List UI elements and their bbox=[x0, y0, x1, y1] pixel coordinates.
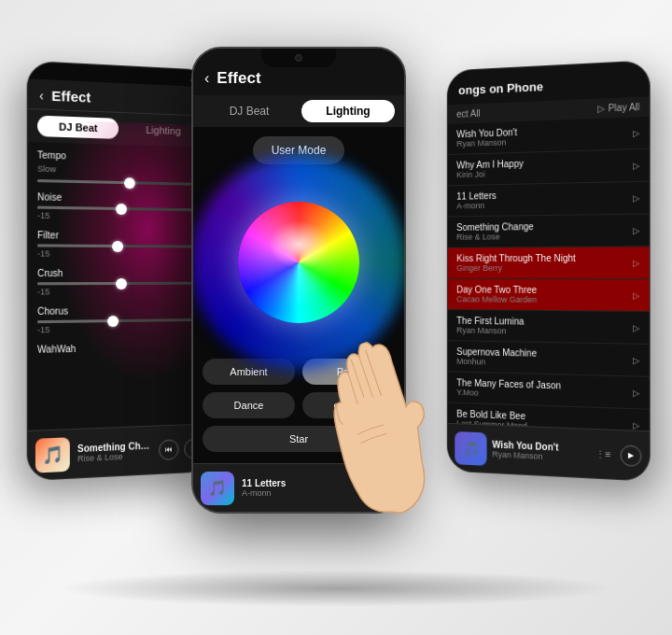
front-camera bbox=[295, 54, 302, 62]
center-track-info: 11 Letters A-monn bbox=[242, 478, 369, 498]
song-info-2: Why Am I Happy Kirin Joi bbox=[456, 156, 628, 180]
center-play-button[interactable]: ▶ bbox=[376, 478, 397, 499]
song-play-6[interactable]: ▷ bbox=[633, 290, 639, 300]
tempo-thumb[interactable] bbox=[124, 177, 135, 189]
song-info-6: Day One Two Three Cacao Mellow Garden bbox=[456, 285, 628, 305]
left-sliders-content: Tempo Slow Noise -15 Filter bbox=[28, 142, 211, 362]
crush-thumb[interactable] bbox=[116, 277, 127, 289]
right-track-info: Wish You Don't Ryan Manson bbox=[492, 440, 590, 464]
song-item-8[interactable]: Supernova Machine Monhun ▷ bbox=[448, 341, 650, 377]
filter-fill bbox=[37, 244, 118, 247]
song-artist-7: Ryan Manson bbox=[456, 326, 628, 338]
center-notch bbox=[261, 49, 336, 67]
center-album-art: 🎵 bbox=[201, 472, 234, 505]
right-album-art: 🎵 bbox=[455, 430, 486, 465]
effect-btn-row-3: Star bbox=[203, 426, 395, 452]
left-header-title: Effect bbox=[51, 88, 200, 110]
effect-btn-row-2: Dance er Bolt bbox=[203, 392, 395, 418]
song-info-5: Kiss Right Through The Night Ginger Berr… bbox=[456, 253, 628, 273]
tempo-track[interactable] bbox=[37, 179, 202, 186]
star-button[interactable]: Star bbox=[203, 426, 395, 452]
song-artist-5: Ginger Berry bbox=[456, 263, 628, 273]
tempo-label: Tempo bbox=[37, 149, 202, 164]
songs-title: ongs on Phone bbox=[458, 75, 637, 97]
color-sphere[interactable] bbox=[238, 202, 359, 323]
center-tab-lighting[interactable]: Lighting bbox=[301, 100, 395, 122]
noise-fill bbox=[37, 206, 121, 210]
center-track-name: 11 Letters bbox=[242, 478, 369, 488]
center-play-controls: ▶ bbox=[376, 478, 397, 499]
noise-slider-section: Noise -15 bbox=[37, 191, 202, 222]
left-prev-button[interactable]: ⏮ bbox=[159, 439, 178, 460]
crush-label: Crush bbox=[37, 268, 202, 278]
chorus-fill bbox=[37, 319, 113, 323]
noise-thumb[interactable] bbox=[116, 203, 127, 214]
center-track-artist: A-monn bbox=[242, 488, 369, 498]
left-track-info: Something Change Rise & Lose bbox=[77, 441, 151, 464]
song-play-2[interactable]: ▷ bbox=[633, 161, 639, 170]
chorus-label: Chorus bbox=[37, 304, 202, 317]
song-play-8[interactable]: ▷ bbox=[633, 355, 639, 364]
center-tab-bar: DJ Beat Lighting bbox=[193, 95, 404, 127]
filter-slider-section: Filter -15 bbox=[37, 230, 202, 259]
song-item-4[interactable]: Something Change Rise & Lose ▷ bbox=[448, 214, 650, 247]
back-button[interactable]: ‹ bbox=[39, 88, 44, 104]
center-header-title: Effect bbox=[217, 69, 393, 88]
song-play-4[interactable]: ▷ bbox=[633, 225, 639, 234]
dance-button[interactable]: Dance bbox=[203, 392, 295, 418]
song-name-5: Kiss Right Through The Night bbox=[456, 253, 628, 264]
thunder-bolt-button[interactable]: er Bolt bbox=[302, 392, 395, 418]
song-artist-6: Cacao Mellow Garden bbox=[456, 294, 628, 304]
left-track-artist: Rise & Lose bbox=[77, 451, 151, 464]
song-info-7: The First Lumina Ryan Manson bbox=[456, 316, 628, 338]
play-all-button[interactable]: ▷ Play All bbox=[598, 102, 640, 114]
center-tab-dj-beat[interactable]: DJ Beat bbox=[203, 100, 296, 122]
song-artist-4: Rise & Lose bbox=[456, 231, 628, 242]
song-artist-3: A-monn bbox=[456, 198, 628, 210]
crush-track[interactable] bbox=[37, 282, 202, 286]
tab-lighting-left[interactable]: Lighting bbox=[124, 119, 202, 142]
right-panel: ongs on Phone ect All ▷ Play All Wish Yo… bbox=[447, 60, 651, 482]
song-info-9: The Many Faces of Jason Y.Moo bbox=[456, 377, 628, 402]
song-item-5[interactable]: Kiss Right Through The Night Ginger Berr… bbox=[448, 247, 650, 279]
chorus-thumb[interactable] bbox=[107, 316, 119, 327]
queue-icon[interactable]: ⋮≡ bbox=[595, 448, 610, 459]
right-play-controls: ⋮≡ ▶ bbox=[595, 444, 641, 467]
tab-dj-beat-left[interactable]: DJ Beat bbox=[37, 116, 119, 139]
song-item-2[interactable]: Why Am I Happy Kirin Joi ▷ bbox=[448, 149, 650, 187]
song-play-3[interactable]: ▷ bbox=[633, 193, 639, 203]
song-item-3[interactable]: 11 Letters A-monn ▷ bbox=[448, 182, 650, 218]
song-item-7[interactable]: The First Lumina Ryan Manson ▷ bbox=[448, 310, 650, 345]
right-play-button[interactable]: ▶ bbox=[621, 444, 642, 466]
wahwah-label: WahWah bbox=[37, 341, 202, 354]
left-album-art: 🎵 bbox=[35, 437, 70, 473]
color-wheel-container bbox=[193, 174, 404, 351]
song-list: Wish You Don't Ryan Manson ▷ Why Am I Ha… bbox=[448, 117, 650, 475]
phones-container: ▲ ▮ ‹ Effect DJ Beat Lighting Tempo Slow bbox=[19, 47, 653, 588]
song-play-9[interactable]: ▷ bbox=[633, 388, 639, 397]
filter-track[interactable] bbox=[37, 244, 202, 247]
center-back-button[interactable]: ‹ bbox=[204, 70, 209, 87]
filter-thumb[interactable] bbox=[113, 240, 124, 251]
shadow bbox=[56, 570, 616, 607]
song-play-10[interactable]: ▷ bbox=[633, 420, 639, 430]
center-phone: ‹ Effect DJ Beat Lighting User Mode Ambi… bbox=[191, 47, 406, 514]
crush-fill bbox=[37, 282, 121, 285]
song-item-6[interactable]: Day One Two Three Cacao Mellow Garden ▷ bbox=[448, 279, 650, 312]
right-now-playing: 🎵 Wish You Don't Ryan Manson ⋮≡ ▶ bbox=[448, 423, 650, 481]
song-play-7[interactable]: ▷ bbox=[633, 323, 639, 332]
select-all-button[interactable]: ect All bbox=[456, 108, 480, 120]
chorus-value: -15 bbox=[37, 323, 202, 335]
song-info-1: Wish You Don't Ryan Manson bbox=[456, 123, 628, 148]
left-now-playing: 🎵 Something Change Rise & Lose ⏮ ▶ bbox=[28, 423, 211, 480]
tempo-sub: Slow bbox=[37, 164, 202, 177]
left-phone: ▲ ▮ ‹ Effect DJ Beat Lighting Tempo Slow bbox=[27, 61, 212, 481]
tempo-fill bbox=[37, 179, 130, 184]
song-play-1[interactable]: ▷ bbox=[633, 128, 639, 137]
song-info-8: Supernova Machine Monhun bbox=[456, 346, 628, 370]
tempo-slider-section: Tempo Slow bbox=[37, 149, 202, 186]
song-info-3: 11 Letters A-monn bbox=[456, 188, 628, 210]
crush-slider-section: Crush -15 bbox=[37, 268, 202, 297]
song-play-5[interactable]: ▷ bbox=[633, 258, 639, 267]
song-info-4: Something Change Rise & Lose bbox=[456, 220, 628, 242]
